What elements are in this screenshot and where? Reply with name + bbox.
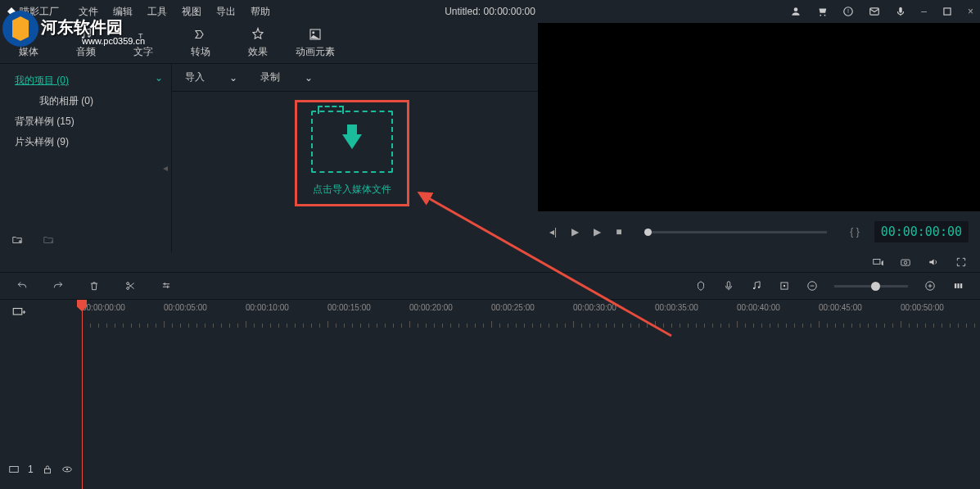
minimize-button[interactable]: – — [921, 6, 927, 17]
ruler-label: 00:00:45:00 — [819, 303, 862, 312]
zoom-in-button[interactable] — [924, 280, 936, 292]
menu-tools[interactable]: 工具 — [147, 5, 167, 19]
svg-point-31 — [784, 285, 785, 287]
svg-point-25 — [127, 287, 129, 289]
menu-edit[interactable]: 编辑 — [113, 5, 133, 19]
svg-rect-22 — [874, 260, 880, 265]
time-ruler[interactable]: 00:00:00:0000:00:05:0000:00:10:0000:00:1… — [0, 300, 980, 328]
svg-point-29 — [758, 287, 760, 288]
collapse-icon[interactable]: ⌄ — [155, 72, 163, 84]
delete-folder-icon[interactable] — [43, 234, 54, 246]
close-button[interactable]: × — [968, 6, 973, 17]
tree-intro-samples[interactable]: 片头样例 (9) — [15, 132, 171, 152]
account-icon[interactable] — [790, 6, 802, 17]
ruler-label: 00:00:30:00 — [573, 303, 616, 312]
voice-icon[interactable] — [723, 280, 734, 292]
import-media-zone[interactable]: 点击导入媒体文件 — [295, 100, 409, 206]
snapshot-icon[interactable] — [900, 256, 911, 268]
svg-point-3 — [824, 15, 826, 16]
import-folder-icon — [311, 111, 393, 173]
redo-button[interactable] — [52, 280, 64, 292]
mic-icon[interactable] — [895, 6, 906, 17]
zoom-out-button[interactable] — [806, 280, 818, 292]
import-media-label: 点击导入媒体文件 — [313, 183, 391, 197]
delete-button[interactable] — [88, 280, 100, 292]
svg-point-16 — [312, 31, 314, 34]
lock-icon[interactable] — [42, 464, 53, 475]
ruler-label: 00:00:35:00 — [655, 303, 698, 312]
svg-point-26 — [127, 283, 129, 285]
ruler-label: 00:00:40:00 — [737, 303, 780, 312]
tree-my-projects[interactable]: 我的项目 (0) — [15, 70, 171, 91]
undo-button[interactable] — [16, 280, 28, 292]
new-folder-icon[interactable] — [11, 234, 23, 246]
tab-effects[interactable]: 效果 — [229, 27, 287, 59]
zoom-slider[interactable] — [834, 285, 908, 288]
maximize-button[interactable] — [942, 6, 953, 17]
prev-frame-button[interactable]: ◂| — [549, 226, 557, 238]
menu-file[interactable]: 文件 — [79, 5, 98, 19]
edit-toolbar — [0, 272, 980, 300]
notification-icon[interactable]: ! — [842, 6, 854, 17]
crop-icon[interactable] — [779, 280, 790, 292]
preview-viewport[interactable] — [538, 23, 980, 211]
adjust-button[interactable] — [160, 280, 172, 292]
ruler-label: 00:00:00:00 — [82, 303, 125, 312]
fullscreen-icon[interactable] — [955, 256, 967, 268]
svg-rect-39 — [44, 469, 50, 473]
fit-zoom-button[interactable] — [952, 280, 964, 292]
main-menu: 文件 编辑 工具 视图 导出 帮助 — [79, 5, 270, 19]
sidebar-collapse-icon[interactable]: ◂ — [163, 162, 168, 174]
svg-rect-10 — [23, 31, 25, 38]
preview-timecode: 00:00:00:00 — [874, 221, 969, 242]
svg-text:T: T — [138, 32, 143, 40]
svg-rect-35 — [957, 283, 959, 288]
ruler-label: 00:00:20:00 — [409, 303, 453, 312]
ruler-label: 00:00:50:00 — [901, 303, 944, 312]
record-dropdown[interactable]: 录制⌄ — [260, 70, 313, 84]
play-button[interactable]: ▶ — [571, 226, 579, 238]
volume-icon[interactable] — [928, 256, 939, 268]
svg-point-2 — [820, 15, 822, 16]
track-area[interactable] — [82, 328, 980, 489]
mark-braces[interactable]: { } — [850, 226, 859, 238]
marker-icon[interactable] — [695, 280, 707, 292]
tree-bg-samples[interactable]: 背景样例 (15) — [15, 111, 171, 132]
ruler-label: 00:00:05:00 — [164, 303, 207, 312]
cut-button[interactable] — [124, 280, 136, 292]
ruler-label: 00:00:25:00 — [491, 303, 535, 312]
eye-icon[interactable] — [61, 464, 73, 475]
svg-point-12 — [82, 36, 84, 38]
project-sidebar: ⌄ 我的项目 (0) 我的相册 (0) 背景样例 (15) 片头样例 (9) ◂ — [0, 64, 172, 252]
svg-point-24 — [904, 261, 907, 265]
quality-icon[interactable] — [872, 256, 883, 268]
svg-rect-7 — [900, 7, 903, 13]
stop-button[interactable]: ■ — [616, 226, 621, 238]
menu-help[interactable]: 帮助 — [251, 5, 270, 19]
svg-rect-11 — [33, 31, 34, 38]
menu-export[interactable]: 导出 — [216, 5, 236, 19]
svg-rect-34 — [955, 283, 956, 288]
tab-transition[interactable]: 转场 — [172, 27, 229, 59]
ruler-label: 00:00:15:00 — [327, 303, 371, 312]
cart-icon[interactable] — [816, 6, 828, 17]
svg-point-1 — [794, 7, 798, 11]
svg-rect-36 — [960, 283, 962, 288]
tab-text[interactable]: T 文字 — [115, 27, 172, 59]
tab-audio[interactable]: 音频 — [57, 27, 115, 59]
svg-rect-27 — [727, 282, 730, 288]
playhead[interactable] — [82, 300, 83, 489]
tab-media[interactable]: 媒体 — [0, 27, 57, 59]
tree-my-album[interactable]: 我的相册 (0) — [15, 91, 171, 111]
svg-rect-38 — [10, 467, 19, 473]
svg-point-41 — [66, 469, 68, 470]
tab-elements[interactable]: 动画元素 — [287, 27, 344, 59]
track-header[interactable]: 1 — [8, 464, 73, 475]
music-icon[interactable] — [751, 280, 762, 292]
import-dropdown[interactable]: 导入⌄ — [185, 70, 237, 84]
menu-view[interactable]: 视图 — [182, 5, 201, 19]
svg-point-13 — [88, 35, 90, 38]
next-frame-button[interactable]: ▶ — [594, 226, 601, 238]
preview-slider[interactable] — [644, 231, 827, 233]
message-icon[interactable] — [869, 6, 880, 17]
